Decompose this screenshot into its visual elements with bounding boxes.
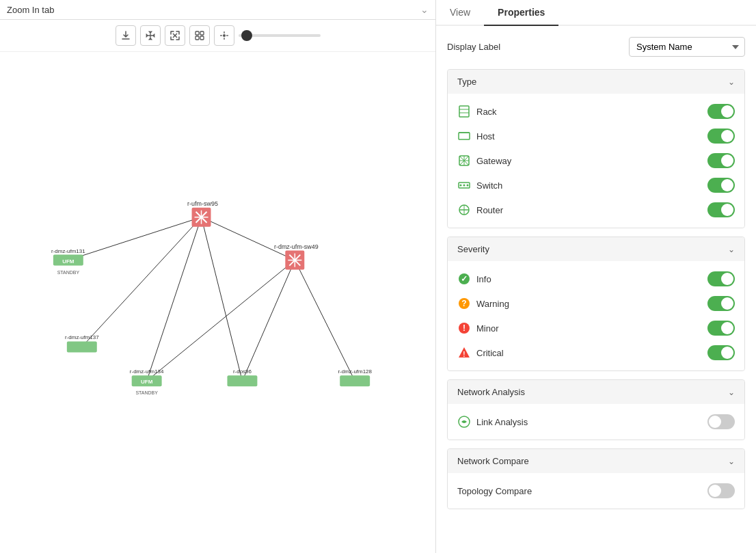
minor-severity-icon: ! [457,321,471,335]
gateway-icon [457,154,471,167]
svg-rect-43 [340,375,370,386]
toolbar [0,20,435,52]
critical-label-text: Critical [476,348,504,358]
rack-label-text: Rack [476,107,497,117]
svg-text:r-dmz-ufm137: r-dmz-ufm137 [65,334,99,340]
svg-line-16 [147,260,295,381]
section-type: Type ⌄ Rack [447,69,745,228]
display-label-row: Display Label System Name IP Address Por… [447,37,745,57]
svg-line-14 [202,217,295,260]
svg-rect-41 [227,375,257,386]
toggle-link-analysis[interactable] [707,414,735,429]
link-analysis-icon [457,415,471,429]
section-type-header[interactable]: Type ⌄ [448,70,744,94]
panel-content: Display Label System Name IP Address Por… [436,26,756,553]
svg-rect-4 [195,36,199,40]
topology-compare-label-text: Topology Compare [457,486,532,496]
svg-text:UFM: UFM [141,379,153,385]
svg-line-13 [147,217,202,381]
toggle-router[interactable] [707,202,735,217]
svg-text:!: ! [463,351,465,358]
switch-label: Switch [457,178,502,192]
property-row-topology-compare: Topology Compare [457,478,735,503]
host-icon [457,129,471,143]
section-network-compare-body: Topology Compare [448,473,744,509]
network-svg: r-ufm-sw95 r-dmz-ufm-sw49 UFM r-dmz-ufm1… [0,52,435,553]
router-label: Router [457,203,503,217]
rack-label: Rack [457,105,497,118]
property-row-link-analysis: Link Analysis [457,409,735,434]
toggle-gateway[interactable] [707,153,735,168]
section-network-compare-header[interactable]: Network Compare ⌄ [448,449,744,473]
svg-rect-3 [200,31,204,35]
section-network-analysis-chevron-icon: ⌄ [728,388,735,397]
zoom-slider-container[interactable] [239,34,321,37]
info-label-text: Info [476,274,491,284]
tab-view[interactable]: View [436,0,484,26]
gateway-label-text: Gateway [476,156,511,166]
toggle-switch[interactable] [707,178,735,193]
minor-label-text: Minor [476,323,499,334]
section-network-analysis-body: Link Analysis [448,404,744,440]
fit-button[interactable] [165,25,185,46]
property-row-info: ✓ Info [457,267,735,291]
layout-button[interactable] [189,25,210,46]
center-button[interactable] [214,25,234,46]
svg-rect-5 [200,36,204,40]
warning-label-text: Warning [476,299,509,309]
tab-bar: Zoom In tab ⌄ [0,0,435,20]
section-severity-header[interactable]: Severity ⌄ [448,237,744,261]
toggle-rack[interactable] [707,104,735,119]
info-severity-icon: ✓ [457,272,471,286]
svg-text:r-dmz-ufm-sw49: r-dmz-ufm-sw49 [274,243,319,250]
svg-rect-48 [459,133,470,139]
svg-text:!: ! [463,323,465,333]
section-severity: Severity ⌄ ✓ Info [447,237,745,371]
svg-text:r-dos96: r-dos96 [233,368,252,375]
svg-text:r-dmz-ufm131: r-dmz-ufm131 [51,248,85,254]
section-type-title: Type [457,77,476,87]
section-network-compare-chevron-icon: ⌄ [728,457,735,466]
property-row-warning: ? Warning [457,291,735,316]
router-label-text: Router [476,205,503,215]
tab-chevron-icon[interactable]: ⌄ [420,4,429,15]
zoom-slider[interactable] [239,34,321,37]
tab-label: Zoom In tab [7,5,420,15]
gateway-label: Gateway [457,154,511,167]
svg-point-6 [223,34,226,37]
warning-severity-icon: ? [457,297,471,310]
toggle-warning[interactable] [707,296,735,311]
property-row-switch: Switch [457,173,735,198]
toggle-topology-compare[interactable] [707,483,735,498]
svg-point-58 [467,185,469,187]
toggle-info[interactable] [707,271,735,286]
critical-severity-icon: ! [457,346,471,360]
panel-tabs: View Properties [436,0,756,26]
section-severity-chevron-icon: ⌄ [728,245,735,254]
host-label-text: Host [476,131,495,141]
section-type-body: Rack Host [448,94,744,228]
svg-point-56 [460,185,462,187]
svg-text:r-ufm-sw95: r-ufm-sw95 [187,200,218,207]
svg-line-15 [202,217,243,381]
download-button[interactable] [116,25,136,46]
move-button[interactable] [140,25,161,46]
switch-icon [457,178,471,192]
toggle-host[interactable] [707,129,735,144]
router-icon [457,203,471,217]
network-canvas[interactable]: r-ufm-sw95 r-dmz-ufm-sw49 UFM r-dmz-ufm1… [0,52,435,553]
section-severity-title: Severity [457,244,489,254]
tab-properties[interactable]: Properties [484,0,558,26]
topology-compare-label: Topology Compare [457,486,532,496]
svg-text:STANDBY: STANDBY [135,390,158,395]
slider-thumb [241,30,252,41]
display-label-select[interactable]: System Name IP Address Port GUID [629,37,745,57]
minor-label: ! Minor [457,321,499,335]
toggle-critical[interactable] [707,345,735,360]
toggle-minor[interactable] [707,321,735,336]
svg-text:r-dmz-ufm128: r-dmz-ufm128 [338,368,372,375]
section-network-analysis-header[interactable]: Network Analysis ⌄ [448,380,744,404]
section-network-compare-title: Network Compare [457,456,529,466]
display-label-text: Display Label [447,42,500,52]
svg-line-18 [295,260,355,381]
